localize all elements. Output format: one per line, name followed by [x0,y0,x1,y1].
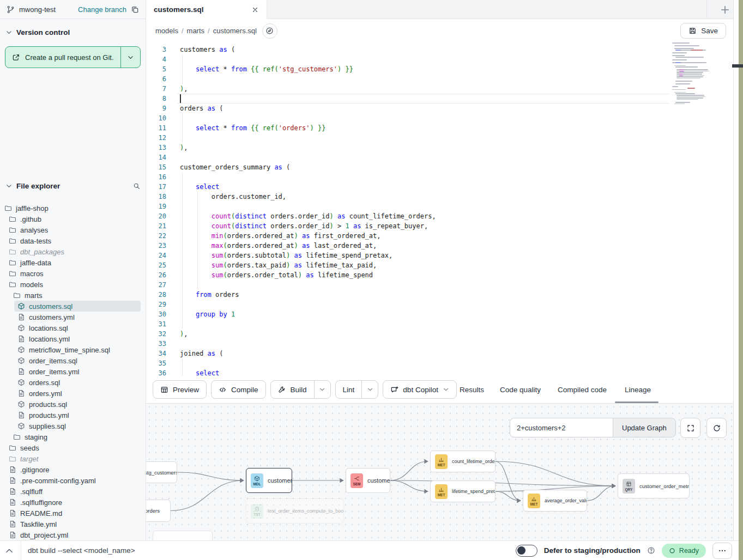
file-tree-item-data-tests[interactable]: data-tests [5,235,141,246]
version-control-header[interactable]: Version control [0,26,146,39]
lineage-node-customers_mdl[interactable]: MDLcustomers [246,468,292,493]
code-line-31[interactable]: 31 [146,319,733,329]
code-line-16[interactable]: 16 [146,172,733,182]
command-bar-expand-button[interactable] [4,546,14,556]
file-tree-item-macros[interactable]: macros [5,268,141,279]
file-tree-item-orders-sql[interactable]: orders.sql [14,377,141,388]
code-line-20[interactable]: 20 count(distinct orders.order_id) as co… [146,211,733,221]
file-tree-item--github[interactable]: .github [5,214,141,224]
file-tree-item-customers-sql[interactable]: customers.sql [14,301,141,312]
change-branch-link[interactable]: Change branch [78,5,126,14]
scrollbar-thumb[interactable] [732,64,743,68]
scrollbar-track[interactable] [733,0,739,540]
file-tree-item-metricflow-time-spine-sql[interactable]: metricflow_time_spine.sql [14,344,141,355]
code-line-14[interactable]: 14 [146,153,733,162]
code-line-8[interactable]: 8 [146,94,733,104]
code-line-26[interactable]: 26 sum(orders.order_total) as lifetime_s… [146,270,733,280]
code-line-17[interactable]: 17 select [146,182,733,192]
code-line-25[interactable]: 25 sum(orders.tax_paid) as lifetime_tax_… [146,260,733,270]
dbt-copilot-button[interactable]: dbt Copilot [383,380,457,399]
command-placeholder[interactable]: dbt build --select <model_name> [28,546,135,555]
file-explorer-header[interactable]: File explorer [0,182,146,190]
tab-lineage[interactable]: Lineage [625,376,651,403]
file-tree-item--sqlfluffignore[interactable]: .sqlfluffignore [5,497,141,508]
code-line-36[interactable]: 36 select [146,368,733,376]
file-tree-item-readme-md[interactable]: README.md [5,508,141,519]
code-editor[interactable]: 3customers as (45 select * from {{ ref('… [146,42,733,376]
file-tree-item--gitignore[interactable]: .gitignore [5,464,141,475]
code-line-33[interactable]: 33 [146,339,733,349]
code-line-21[interactable]: 21 count(distinct orders.order_id) > 1 a… [146,221,733,231]
compile-button[interactable]: Compile [211,380,266,399]
file-tree-item-target[interactable]: target [5,453,141,464]
lineage-node-stg_customers[interactable]: stg_customers [146,461,177,483]
minimap[interactable] [672,42,715,107]
breadcrumb-marts[interactable]: marts [187,27,205,35]
more-options-button[interactable] [712,543,732,559]
file-tree-item-staging[interactable]: staging [10,431,141,442]
breadcrumb-file[interactable]: customers.sql [213,27,257,35]
new-tab-button[interactable] [720,4,730,15]
file-tree-item-products-yml[interactable]: products.yml [14,410,141,421]
tab-code-quality[interactable]: Code quality [500,376,541,403]
code-line-30[interactable]: 30 group by 1 [146,309,733,319]
lineage-node-lifetime_spend_pretax[interactable]: METlifetime_spend_pretax [430,480,496,502]
tab-compiled-code[interactable]: Compiled code [558,376,607,403]
file-tree-item-locations-sql[interactable]: locations.sql [14,322,141,333]
code-line-10[interactable]: 10 [146,113,733,123]
lineage-node-test_order_items[interactable]: TSTtest_order_items_compute_to_bools... [246,498,344,524]
tab-customers-sql[interactable]: customers.sql [146,0,267,19]
lineage-node-count_lifetime_orders[interactable]: METcount_lifetime_orders [430,451,496,472]
code-line-28[interactable]: 28 from orders [146,290,733,300]
build-dropdown[interactable] [314,381,330,398]
code-line-32[interactable]: 32), [146,329,733,339]
lineage-node-average_order_value[interactable]: METaverage_order_value [523,490,587,512]
defer-toggle[interactable] [516,545,537,557]
code-line-35[interactable]: 35 [146,358,733,368]
file-tree-item-taskfile-yml[interactable]: Taskfile.yml [5,519,141,529]
file-tree-item-products-sql[interactable]: products.sql [14,399,141,410]
create-pull-request-caret[interactable] [120,47,140,68]
file-tree-item--pre-commit-config-yaml[interactable]: .pre-commit-config.yaml [5,475,141,486]
code-line-9[interactable]: 9orders as ( [146,104,733,113]
code-line-7[interactable]: 7), [146,84,733,94]
file-tree-item-supplies-sql[interactable]: supplies.sql [14,421,141,431]
lineage-node-orders[interactable]: orders [146,500,171,522]
code-line-18[interactable]: 18 orders.customer_id, [146,192,733,202]
code-line-13[interactable]: 13), [146,143,733,153]
explore-lineage-button[interactable] [262,23,277,39]
lint-button[interactable]: Lint [336,381,362,398]
refresh-button[interactable] [706,418,727,438]
close-icon[interactable] [251,6,259,14]
file-tree-item-marts[interactable]: marts [10,290,141,301]
file-tree-item-jaffle-shop[interactable]: jaffle-shop [1,203,141,214]
file-tree-item-order-items-yml[interactable]: order_items.yml [14,366,141,377]
tab-results[interactable]: Results [460,376,484,403]
code-line-5[interactable]: 5 select * from {{ ref('stg_customers') … [146,64,733,74]
code-line-22[interactable]: 22 min(orders.ordered_at) as first_order… [146,231,733,241]
create-pull-request-main[interactable]: Create a pull request on Git... [5,47,120,68]
code-line-27[interactable]: 27 [146,280,733,290]
breadcrumb-models[interactable]: models [155,27,178,35]
help-icon[interactable] [647,546,655,555]
save-button[interactable]: Save [680,23,726,39]
file-tree-item-locations-yml[interactable]: locations.yml [14,333,141,344]
code-line-15[interactable]: 15customer_orders_summary as ( [146,162,733,172]
code-line-19[interactable]: 19 [146,202,733,211]
code-line-24[interactable]: 24 sum(orders.subtotal) as lifetime_spen… [146,251,733,260]
file-tree-item-seeds[interactable]: seeds [5,442,141,453]
code-line-6[interactable]: 6 [146,74,733,84]
code-line-4[interactable]: 4 [146,54,733,64]
file-tree-item--sqlfluff[interactable]: .sqlfluff [5,486,141,497]
lineage-node-customer_order_metrics[interactable]: QRYcustomer_order_metrics [618,473,690,498]
code-line-23[interactable]: 23 max(orders.ordered_at) as last_ordere… [146,241,733,251]
fullscreen-button[interactable] [680,418,700,438]
file-tree-item-customers-yml[interactable]: customers.yml [14,312,141,322]
lineage-node-customers_sem[interactable]: SEMcustomers [346,468,390,493]
file-tree-item-order-items-sql[interactable]: order_items.sql [14,355,141,366]
search-icon[interactable] [133,182,140,190]
lineage-search-input[interactable] [510,418,613,437]
file-tree-item-jaffle-data[interactable]: jaffle-data [5,257,141,268]
file-tree-item-dbt-packages[interactable]: dbt_packages [5,246,141,257]
file-tree-item-analyses[interactable]: analyses [5,224,141,235]
